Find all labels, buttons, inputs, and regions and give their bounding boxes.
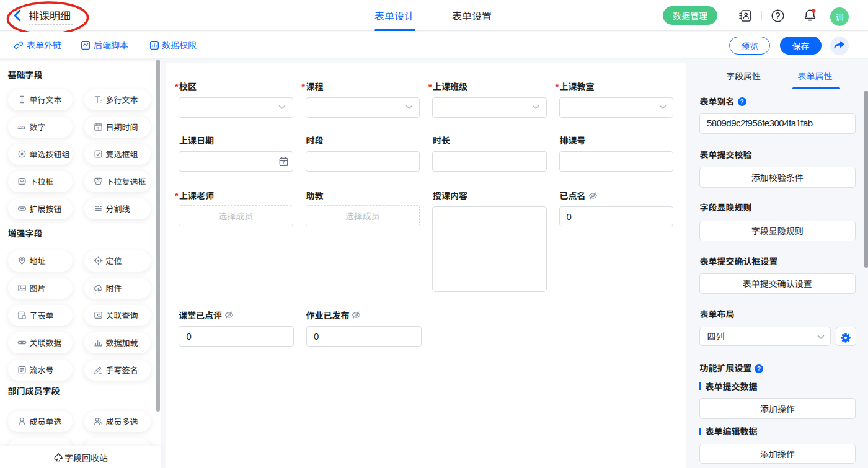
svg-text:7: 7 (97, 126, 99, 130)
svg-text:123: 123 (17, 125, 26, 130)
svg-text:7: 7 (282, 160, 285, 166)
